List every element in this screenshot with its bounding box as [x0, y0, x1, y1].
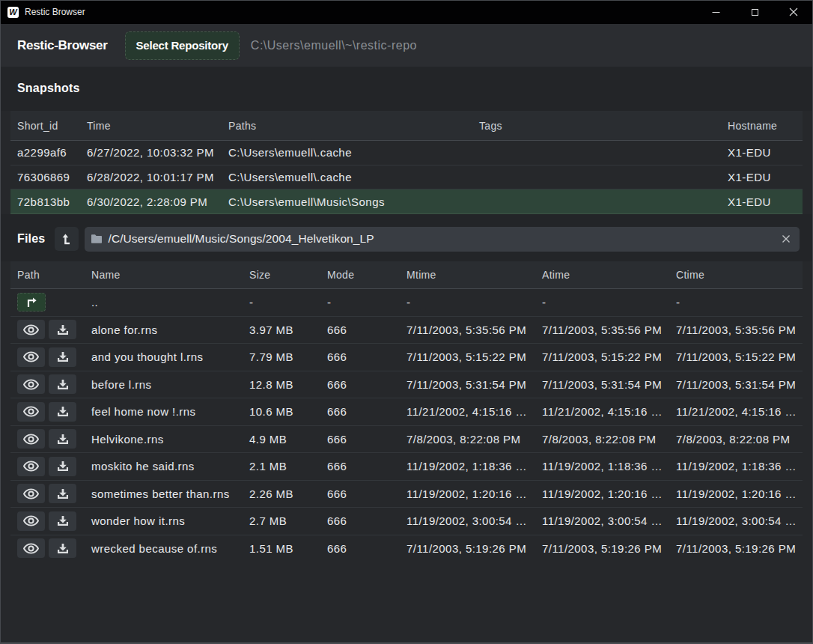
file-row[interactable]: moskito he said.rns2.1 MB66611/19/2002, … — [10, 453, 803, 481]
file-row[interactable]: and you thought l.rns7.79 MB6667/11/2003… — [10, 344, 803, 371]
download-file-button[interactable] — [49, 402, 76, 422]
file-size: 12.8 MB — [243, 371, 320, 398]
download-file-button[interactable] — [49, 538, 76, 558]
files-column-header: Mtime — [400, 261, 535, 288]
snapshot-row[interactable]: 72b813bb6/30/2022, 2:28:09 PMC:\Users\em… — [10, 189, 803, 214]
app-title: Restic-Browser — [17, 38, 108, 53]
view-file-button[interactable] — [17, 457, 45, 476]
download-icon — [57, 515, 69, 526]
snapshots-column-header: Tags — [472, 111, 721, 140]
download-file-button[interactable] — [49, 429, 76, 449]
file-mtime: 11/19/2002, 1:20:16 … — [400, 481, 535, 508]
files-column-header: Path — [10, 261, 85, 288]
files-column-header: Ctime — [669, 261, 803, 288]
file-mtime: 7/11/2003, 5:19:26 PM — [400, 535, 535, 562]
snapshot-row[interactable]: a2299af66/27/2022, 10:03:32 PMC:\Users\e… — [10, 141, 803, 165]
go-up-button[interactable] — [17, 293, 46, 312]
download-file-button[interactable] — [49, 374, 76, 394]
files-table: PathNameSizeModeMtimeAtimeCtime ..-----a… — [10, 261, 803, 562]
snapshot-paths: C:\Users\emuell\.cache — [222, 141, 472, 165]
file-row[interactable]: alone for.rns3.97 MB6667/11/2003, 5:35:5… — [10, 317, 803, 344]
maximize-button[interactable] — [735, 0, 774, 24]
eye-icon — [23, 324, 39, 335]
select-repository-button[interactable]: Select Repository — [125, 31, 240, 60]
eye-icon — [23, 488, 39, 499]
file-name: feel home now !.rns — [85, 398, 243, 425]
eye-icon — [23, 379, 39, 390]
file-atime: 11/19/2002, 3:00:54 … — [535, 508, 669, 535]
snapshot-row[interactable]: 763068696/28/2022, 10:01:17 PMC:\Users\e… — [10, 165, 803, 190]
parent-directory-row[interactable]: ..----- — [10, 289, 803, 317]
file-actions — [10, 317, 85, 344]
view-file-button[interactable] — [17, 320, 45, 339]
file-atime: 11/21/2002, 4:15:16 … — [535, 398, 669, 425]
parent-directory-button[interactable] — [55, 227, 79, 251]
file-name: wonder how it.rns — [85, 508, 243, 535]
snapshot-paths: C:\Users\emuell\.cache — [222, 165, 472, 189]
snapshot-short-id: 76306869 — [10, 165, 80, 189]
snapshot-short-id: 72b813bb — [10, 189, 80, 213]
download-file-button[interactable] — [49, 347, 76, 367]
snapshot-time: 6/30/2022, 2:28:09 PM — [80, 189, 222, 213]
file-actions — [10, 426, 85, 453]
file-atime: 7/11/2003, 5:15:22 PM — [535, 344, 669, 371]
eye-icon — [23, 406, 39, 417]
download-icon — [57, 543, 69, 554]
eye-icon — [23, 543, 39, 554]
download-icon — [57, 379, 69, 390]
close-button[interactable] — [774, 0, 813, 24]
file-ctime: 7/11/2003, 5:19:26 PM — [669, 535, 803, 562]
file-row[interactable]: before l.rns12.8 MB6667/11/2003, 5:31:54… — [10, 371, 803, 399]
view-file-button[interactable] — [17, 402, 45, 422]
file-mode: 666 — [320, 508, 400, 535]
file-row[interactable]: wonder how it.rns2.7 MB66611/19/2002, 3:… — [10, 508, 803, 535]
view-file-button[interactable] — [17, 429, 45, 449]
download-file-button[interactable] — [49, 457, 76, 476]
download-file-button[interactable] — [49, 484, 76, 503]
snapshot-hostname: X1-EDU — [721, 141, 803, 165]
minimize-button[interactable] — [696, 0, 735, 24]
close-icon — [789, 7, 798, 16]
file-row[interactable]: wrecked because of.rns1.51 MB6667/11/200… — [10, 535, 803, 563]
file-ctime: 7/8/2003, 8:22:08 PM — [669, 426, 803, 453]
download-file-button[interactable] — [49, 320, 76, 339]
download-file-button[interactable] — [49, 511, 76, 531]
files-table-header: PathNameSizeModeMtimeAtimeCtime — [10, 261, 803, 289]
view-file-button[interactable] — [17, 347, 45, 367]
eye-icon — [23, 461, 39, 472]
snapshots-column-header: Time — [80, 111, 222, 140]
clear-path-icon[interactable] — [782, 234, 791, 243]
files-column-header: Mode — [320, 261, 400, 288]
view-file-button[interactable] — [17, 484, 45, 503]
view-file-button[interactable] — [17, 511, 45, 531]
file-mode: - — [320, 289, 400, 316]
file-ctime: - — [669, 289, 803, 316]
eye-icon — [23, 434, 39, 445]
download-icon — [57, 324, 69, 335]
file-name: alone for.rns — [85, 317, 243, 344]
file-atime: 11/19/2002, 1:20:16 … — [535, 481, 669, 508]
file-mode: 666 — [320, 481, 400, 508]
file-actions — [10, 453, 85, 480]
file-size: 4.9 MB — [243, 426, 320, 453]
file-row[interactable]: feel home now !.rns10.6 MB66611/21/2002,… — [10, 398, 803, 426]
file-ctime: 11/19/2002, 1:18:36 … — [669, 453, 803, 480]
file-actions — [10, 371, 85, 398]
file-size: 2.7 MB — [243, 508, 320, 535]
files-table-body: ..-----alone for.rns3.97 MB6667/11/2003,… — [10, 289, 803, 562]
snapshots-table-body: a2299af66/27/2022, 10:03:32 PMC:\Users\e… — [10, 141, 803, 214]
file-row[interactable]: sometimes better than.rns2.26 MB66611/19… — [10, 481, 803, 508]
files-column-header: Name — [85, 261, 243, 288]
file-size: 7.79 MB — [243, 344, 320, 371]
current-path-input[interactable]: /C/Users/emuell/Music/Songs/2004_Helveti… — [85, 227, 800, 252]
file-row[interactable]: Helvikone.rns4.9 MB6667/8/2003, 8:22:08 … — [10, 426, 803, 454]
snapshot-tags — [472, 189, 721, 213]
download-icon — [57, 461, 69, 472]
file-name: and you thought l.rns — [85, 344, 243, 371]
download-icon — [57, 406, 69, 417]
view-file-button[interactable] — [17, 374, 45, 394]
view-file-button[interactable] — [17, 538, 45, 558]
snapshot-tags — [472, 165, 721, 189]
snapshot-hostname: X1-EDU — [721, 189, 803, 213]
file-actions — [10, 508, 85, 535]
